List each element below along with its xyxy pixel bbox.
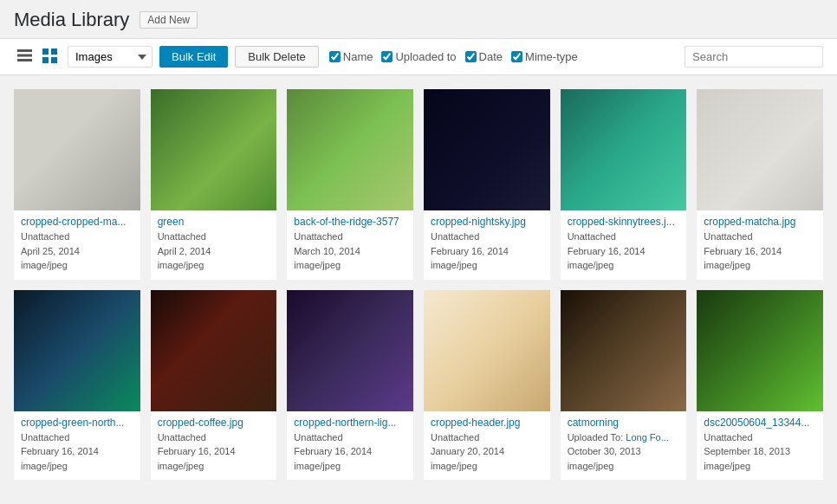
media-info: cropped-northern-lig... Unattached Febru…: [287, 411, 413, 481]
media-thumbnail: [287, 89, 413, 210]
media-item[interactable]: cropped-skinnytrees.j... Unattached Febr…: [561, 89, 687, 280]
media-thumbnail: [151, 290, 277, 411]
media-grid: cropped-cropped-ma... Unattached April 2…: [0, 75, 837, 494]
media-thumbnail: [697, 89, 823, 210]
svg-rect-6: [51, 57, 57, 63]
svg-rect-3: [42, 48, 49, 55]
media-item[interactable]: cropped-cropped-ma... Unattached April 2…: [14, 89, 140, 280]
svg-rect-1: [17, 55, 32, 57]
media-thumbnail: [14, 89, 140, 210]
media-info: cropped-green-north... Unattached Februa…: [14, 411, 140, 481]
media-filename: dsc20050604_13344...: [704, 417, 816, 429]
media-thumbnail: [561, 89, 687, 210]
media-filename: cropped-nightsky.jpg: [431, 216, 543, 228]
col-filter-date-checkbox[interactable]: [465, 51, 477, 62]
add-new-button[interactable]: Add New: [140, 11, 198, 29]
media-type-filter[interactable]: Images Audio Video Documents: [68, 46, 152, 68]
media-thumbnail: [287, 290, 413, 411]
svg-rect-5: [42, 57, 49, 63]
col-filter-name: Name: [329, 50, 373, 63]
media-item[interactable]: cropped-nightsky.jpg Unattached February…: [424, 89, 550, 280]
media-mime: image/jpeg: [568, 459, 680, 474]
media-item[interactable]: cropped-header.jpg Unattached January 20…: [424, 290, 550, 481]
svg-rect-4: [51, 48, 57, 55]
media-item[interactable]: back-of-the-ridge-3577 Unattached March …: [287, 89, 413, 280]
media-date: February 16, 2014: [431, 244, 543, 259]
media-thumbnail: [697, 290, 823, 411]
media-info: cropped-cropped-ma... Unattached April 2…: [14, 210, 140, 280]
media-info: green Unattached April 2, 2014 image/jpe…: [151, 210, 277, 280]
media-date: April 25, 2014: [21, 244, 133, 259]
media-item[interactable]: green Unattached April 2, 2014 image/jpe…: [151, 89, 277, 280]
bulk-edit-button[interactable]: Bulk Edit: [159, 46, 228, 68]
col-filter-date-label: Date: [479, 50, 503, 63]
columns-filter: Name Uploaded to Date Mime-type: [329, 50, 678, 63]
media-thumbnail: [424, 89, 550, 210]
media-status: Unattached: [704, 430, 816, 445]
search-input[interactable]: [685, 46, 823, 68]
col-filter-mime-type-checkbox[interactable]: [511, 51, 522, 62]
page-header: Media Library Add New: [0, 0, 837, 38]
media-status: Uploaded To: Long Fo...: [568, 430, 680, 445]
media-item[interactable]: cropped-northern-lig... Unattached Febru…: [287, 290, 413, 481]
media-info: cropped-skinnytrees.j... Unattached Febr…: [561, 210, 687, 280]
col-filter-uploaded-to-checkbox[interactable]: [381, 51, 393, 62]
media-info: dsc20050604_13344... Unattached Septembe…: [697, 411, 823, 481]
media-status: Unattached: [21, 430, 133, 445]
media-filename: cropped-header.jpg: [431, 417, 543, 429]
media-info: cropped-header.jpg Unattached January 20…: [424, 411, 550, 481]
col-filter-name-label: Name: [343, 50, 373, 63]
media-mime: image/jpeg: [704, 258, 816, 273]
media-filename: cropped-northern-lig...: [294, 417, 406, 429]
svg-rect-0: [17, 49, 32, 52]
media-filename: cropped-matcha.jpg: [704, 216, 816, 228]
media-status: Unattached: [158, 430, 270, 445]
media-thumbnail: [14, 290, 140, 411]
grid-view-button[interactable]: [39, 47, 61, 68]
media-filename: green: [158, 216, 270, 228]
media-status: Unattached: [158, 229, 270, 244]
media-info: cropped-coffee.jpg Unattached February 1…: [151, 411, 277, 481]
media-item[interactable]: catmorning Uploaded To: Long Fo... Octob…: [561, 290, 687, 481]
col-filter-name-checkbox[interactable]: [329, 51, 341, 62]
col-filter-date: Date: [465, 50, 503, 63]
col-filter-uploaded-to: Uploaded to: [381, 50, 456, 63]
media-item[interactable]: cropped-green-north... Unattached Februa…: [14, 290, 140, 481]
media-mime: image/jpeg: [704, 459, 816, 474]
media-item[interactable]: dsc20050604_13344... Unattached Septembe…: [697, 290, 823, 481]
media-thumbnail: [424, 290, 550, 411]
media-mime: image/jpeg: [294, 258, 406, 273]
media-item[interactable]: cropped-coffee.jpg Unattached February 1…: [151, 290, 277, 481]
col-filter-mime-type: Mime-type: [511, 50, 578, 63]
media-mime: image/jpeg: [158, 459, 270, 474]
media-date: April 2, 2014: [158, 244, 270, 259]
media-date: February 16, 2014: [704, 244, 816, 259]
col-filter-mime-type-label: Mime-type: [525, 50, 578, 63]
bulk-delete-button[interactable]: Bulk Delete: [235, 46, 318, 68]
media-mime: image/jpeg: [21, 459, 133, 474]
list-view-button[interactable]: [14, 48, 36, 66]
media-filename: catmorning: [568, 417, 680, 429]
media-filename: cropped-coffee.jpg: [158, 417, 270, 429]
media-date: February 16, 2014: [158, 444, 270, 459]
media-thumbnail: [561, 290, 687, 411]
media-item[interactable]: cropped-matcha.jpg Unattached February 1…: [697, 89, 823, 280]
toolbar: Images Audio Video Documents Bulk Edit B…: [0, 38, 837, 75]
media-status: Unattached: [21, 229, 133, 244]
media-info: cropped-matcha.jpg Unattached February 1…: [697, 210, 823, 280]
media-date: September 18, 2013: [704, 444, 816, 459]
list-view-icon: [17, 49, 32, 61]
media-filename: cropped-cropped-ma...: [21, 216, 133, 228]
page-title: Media Library: [14, 9, 129, 31]
media-status: Unattached: [704, 229, 816, 244]
media-info: catmorning Uploaded To: Long Fo... Octob…: [561, 411, 687, 481]
media-filename: back-of-the-ridge-3577: [294, 216, 406, 228]
uploaded-to-link[interactable]: Long Fo...: [626, 432, 669, 443]
media-date: January 20, 2014: [431, 444, 543, 459]
svg-rect-2: [17, 59, 32, 61]
grid-view-icon: [42, 48, 57, 63]
media-status: Unattached: [431, 229, 543, 244]
media-info: back-of-the-ridge-3577 Unattached March …: [287, 210, 413, 280]
view-icons: [14, 47, 61, 68]
media-date: February 16, 2014: [294, 444, 406, 459]
